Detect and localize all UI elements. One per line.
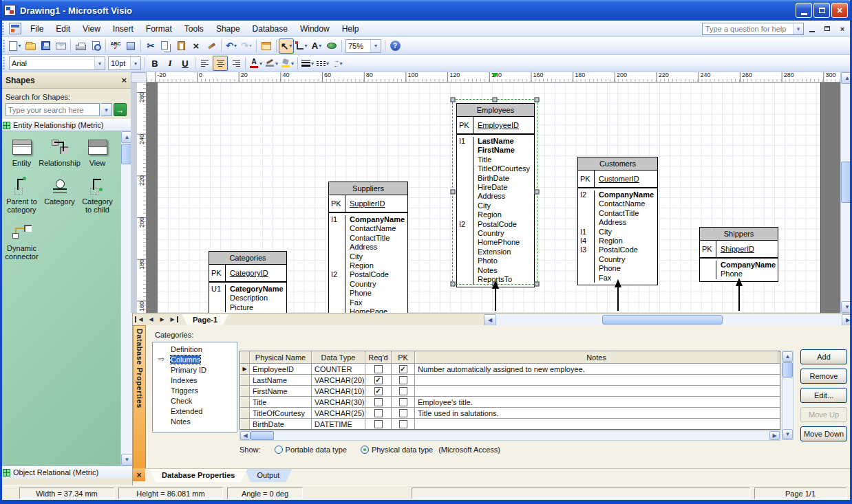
close-icon[interactable]: ×: [121, 75, 127, 85]
stencil-item-relationship[interactable]: Relationship: [41, 135, 78, 167]
checkbox[interactable]: [399, 387, 407, 395]
row-selector[interactable]: [240, 419, 250, 429]
scroll-down-icon[interactable]: ▼: [121, 454, 132, 465]
cut-button[interactable]: ✂: [143, 39, 158, 54]
row-selector[interactable]: [240, 375, 250, 385]
checkbox[interactable]: [374, 398, 383, 406]
scrollbar-thumb[interactable]: [841, 162, 852, 203]
scrollbar-thumb[interactable]: [602, 315, 723, 325]
database-properties-vertical-tab[interactable]: Database Properties: [133, 325, 146, 470]
menu-format[interactable]: Format: [140, 22, 178, 36]
chevron-down-icon[interactable]: ▾: [94, 57, 105, 69]
connector-tool-button[interactable]: ▾: [294, 39, 309, 54]
search-go-button[interactable]: →: [114, 103, 127, 116]
entity-customers[interactable]: CustomersPKCustomerIDI2CompanyNameContac…: [577, 157, 658, 285]
line-color-button[interactable]: ▾: [264, 56, 279, 71]
chevron-down-icon[interactable]: ▾: [793, 23, 803, 34]
chevron-down-icon[interactable]: ▾: [326, 61, 329, 67]
delete-button[interactable]: ×: [189, 39, 204, 54]
chevron-down-icon[interactable]: ▾: [275, 61, 278, 67]
radio-physical-data-type[interactable]: Physical data type: [361, 446, 433, 454]
checkbox-checked[interactable]: ✓: [374, 387, 383, 395]
scrollbar-thumb[interactable]: [251, 431, 274, 440]
stencil-header-object-relational[interactable]: Object Relational (Metric): [0, 465, 132, 479]
table-row[interactable]: BirthDateDATETIME: [240, 418, 780, 429]
category-item-triggers[interactable]: Triggers: [153, 386, 237, 396]
edit-button[interactable]: Edit...: [800, 388, 847, 403]
stencil-item-parent[interactable]: Parent to category: [3, 174, 41, 214]
stencil-item-dynamic[interactable]: Dynamic connector: [3, 221, 41, 261]
checkbox[interactable]: [399, 398, 407, 406]
close-button[interactable]: ×: [831, 3, 848, 18]
chevron-down-icon[interactable]: ▾: [370, 40, 381, 52]
chevron-down-icon[interactable]: ▾: [234, 43, 237, 49]
add-button[interactable]: Add: [800, 349, 847, 364]
align-center-button[interactable]: [213, 56, 228, 71]
new-document-button[interactable]: ▾: [8, 39, 23, 54]
grid-horizontal-scrollbar[interactable]: ◀ ▶: [239, 430, 780, 441]
stencil-item-category[interactable]: Category: [41, 174, 78, 214]
chevron-down-icon[interactable]: ▾: [304, 43, 307, 49]
drawing-explorer-button[interactable]: [259, 39, 274, 54]
remove-button[interactable]: Remove: [800, 369, 847, 384]
copy-button[interactable]: [158, 39, 173, 54]
checkbox-checked[interactable]: ✓: [399, 365, 407, 373]
help-search-input[interactable]: [703, 25, 793, 33]
italic-button[interactable]: I: [162, 56, 178, 71]
tab-output[interactable]: Output: [244, 469, 292, 482]
page-tab[interactable]: Page-1: [182, 314, 228, 325]
chevron-down-icon[interactable]: ▾: [291, 61, 294, 67]
format-painter-button[interactable]: [204, 39, 219, 54]
category-item-indexes[interactable]: Indexes: [153, 375, 237, 386]
checkbox[interactable]: [374, 365, 383, 373]
scroll-right-icon[interactable]: ▶: [842, 314, 852, 326]
doc-restore-button[interactable]: [822, 24, 833, 34]
chevron-down-icon[interactable]: ▾: [289, 43, 292, 49]
scroll-down-icon[interactable]: ▼: [782, 429, 793, 439]
grid-vertical-scrollbar[interactable]: ▲ ▼: [782, 351, 794, 440]
shape-search-input[interactable]: [6, 104, 99, 116]
scroll-left-icon[interactable]: ◀: [240, 431, 251, 440]
last-page-button[interactable]: ▶: [168, 316, 178, 322]
menu-help[interactable]: Help: [336, 22, 365, 36]
help-button[interactable]: ?: [387, 39, 403, 54]
save-button[interactable]: [38, 39, 53, 54]
relationship-connector[interactable]: [617, 281, 619, 311]
scrollbar-thumb[interactable]: [782, 362, 793, 377]
table-row[interactable]: LastNameVARCHAR(20)✓: [240, 374, 780, 385]
table-row[interactable]: FirstNameVARCHAR(10)✓: [240, 385, 780, 396]
category-item-columns[interactable]: ⇨Columns: [153, 355, 237, 365]
stencil-item-entity[interactable]: Entity: [3, 135, 41, 167]
align-right-button[interactable]: [228, 56, 243, 71]
table-row[interactable]: TitleVARCHAR(30)Employee's title.: [240, 396, 780, 407]
entity-categories[interactable]: CategoriesPKCategoryIDU1CategoryNameDesc…: [209, 251, 287, 313]
canvas-vertical-scrollbar[interactable]: ▲ ▼: [840, 72, 852, 313]
bold-button[interactable]: B: [147, 56, 162, 71]
doc-minimize-button[interactable]: [807, 24, 818, 34]
stamp-button[interactable]: [123, 39, 138, 54]
spelling-button[interactable]: ABC✓: [108, 39, 123, 54]
category-item-notes[interactable]: Notes: [153, 417, 237, 427]
stencil-item-view[interactable]: View: [78, 135, 116, 167]
entity-suppliers[interactable]: SuppliersPKSupplierIDI1CompanyNameContac…: [328, 182, 408, 313]
row-selector[interactable]: [240, 408, 250, 418]
category-item-primary-id[interactable]: Primary ID: [153, 365, 237, 375]
previous-page-button[interactable]: ◀: [146, 316, 156, 322]
radio-portable-data-type[interactable]: Portable data type: [275, 446, 347, 454]
menu-database[interactable]: Database: [246, 22, 294, 36]
chevron-down-icon[interactable]: ▾: [101, 103, 112, 116]
text-tool-button[interactable]: A▾: [309, 39, 324, 54]
next-page-button[interactable]: ▶: [157, 316, 167, 322]
chevron-down-icon[interactable]: ▾: [259, 61, 262, 67]
first-page-button[interactable]: ◀: [135, 316, 145, 322]
category-item-check[interactable]: Check: [153, 396, 237, 406]
menu-view[interactable]: View: [76, 22, 107, 36]
scroll-down-icon[interactable]: ▼: [841, 301, 852, 313]
menu-shape[interactable]: Shape: [210, 22, 246, 36]
canvas-horizontal-scrollbar[interactable]: ◀ ▶: [484, 314, 852, 325]
minimize-button[interactable]: [796, 3, 812, 18]
relationship-connector[interactable]: [738, 279, 740, 311]
radio-selected-icon[interactable]: [361, 446, 369, 454]
chevron-down-icon[interactable]: ▾: [249, 43, 252, 49]
category-item-definition[interactable]: Definition: [153, 344, 237, 355]
